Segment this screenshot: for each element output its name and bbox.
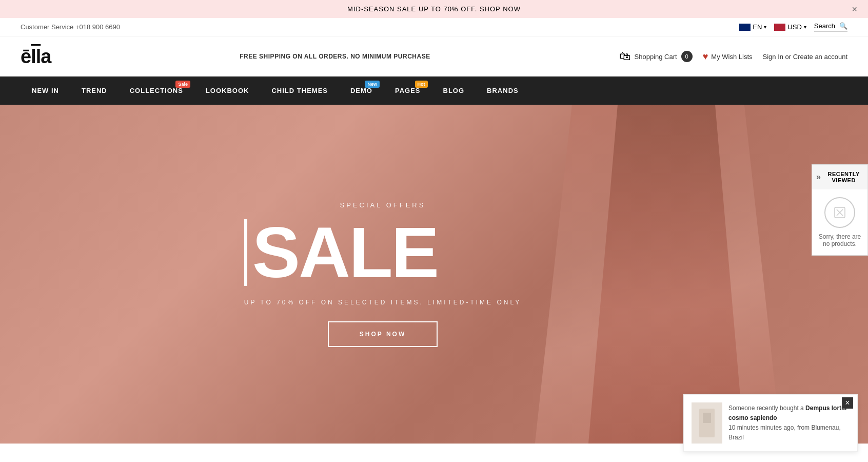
navigation: NEW INTRENDCOLLECTIONSSaleLOOKBOOKCHILD … (0, 76, 868, 105)
nav-item-child-themes[interactable]: CHILD THEMES (260, 76, 339, 105)
nav-item-blog[interactable]: BLOG (432, 76, 476, 105)
currency-label: USD (787, 23, 801, 31)
heart-icon: ♥ (703, 51, 708, 62)
hero-cta-button[interactable]: SHOP NOW (328, 321, 438, 347)
logo-a: a (41, 46, 51, 67)
recently-viewed-header: » RECENTLY VIEWED (812, 165, 867, 189)
nav-badge-new: New (365, 81, 380, 88)
purchase-notification: Someone recently bought a Dempus lortis … (683, 394, 858, 444)
wishlist-button[interactable]: ♥ My Wish Lists (703, 51, 753, 62)
nav-badge-sale: Sale (175, 81, 190, 88)
nav-item-collections[interactable]: COLLECTIONSSale (119, 76, 194, 105)
search-icon[interactable]: 🔍 (839, 22, 847, 30)
announcement-bar: MID-SEASON SALE UP TO 70% OFF. SHOP NOW … (0, 0, 868, 18)
header: ēlla FREE SHIPPING ON ALL ORDERS. NO MIN… (0, 36, 868, 76)
purchase-prefix: Someone recently bought a (728, 405, 804, 412)
sale-bar-decoration (244, 219, 247, 286)
hero-sale-text: SALE (244, 217, 522, 288)
signin-link[interactable]: Sign In or Create an account (763, 53, 848, 61)
language-selector[interactable]: EN ▾ (739, 23, 766, 31)
announcement-text: MID-SEASON SALE UP TO 70% OFF. SHOP NOW (347, 5, 521, 13)
purchase-text: Someone recently bought a Dempus lortis … (728, 403, 850, 443)
recently-viewed-title: RECENTLY VIEWED (824, 171, 863, 183)
recently-viewed-arrows-icon: » (816, 172, 821, 182)
purchase-time: 10 minutes minutes ago, from Blumenau, B… (728, 424, 841, 441)
hero-section: SPECIAL OFFERS SALE UP TO 70% OFF ON SEL… (0, 105, 868, 444)
currency-chevron-icon: ▾ (804, 24, 806, 30)
sale-word: SALE (252, 217, 438, 288)
shipping-banner: FREE SHIPPING ON ALL ORDERS. NO MINIMUM … (240, 53, 430, 60)
cart-button[interactable]: 🛍 Shopping Cart 0 (619, 50, 693, 63)
recently-viewed-body: Sorry, there are no products. (812, 189, 867, 255)
wishlist-label: My Wish Lists (711, 53, 752, 61)
search-bar[interactable]: Search 🔍 (814, 22, 847, 32)
customer-service: Customer Service +018 900 6690 (21, 23, 120, 31)
logo-ll: ll (31, 46, 41, 67)
logo-e: ē (21, 46, 31, 67)
no-products-icon (824, 197, 855, 228)
nav-item-demo[interactable]: DEMONew (339, 76, 384, 105)
nav-badge-hot: Hot (415, 81, 428, 88)
header-middle: FREE SHIPPING ON ALL ORDERS. NO MINIMUM … (51, 53, 619, 60)
header-actions: 🛍 Shopping Cart 0 ♥ My Wish Lists Sign I… (619, 50, 847, 63)
nav-item-trend[interactable]: TREND (70, 76, 119, 105)
purchase-close-button[interactable]: × (842, 397, 853, 409)
nav-item-lookbook[interactable]: LOOKBOOK (194, 76, 261, 105)
cart-count: 0 (681, 51, 693, 62)
svg-rect-4 (703, 413, 711, 423)
nav-item-new-in[interactable]: NEW IN (21, 76, 70, 105)
currency-selector[interactable]: USD ▾ (774, 23, 806, 31)
logo[interactable]: ēlla (21, 47, 51, 66)
cart-label: Shopping Cart (635, 53, 677, 61)
lang-chevron-icon: ▾ (764, 24, 766, 30)
top-bar: Customer Service +018 900 6690 EN ▾ USD … (0, 18, 868, 36)
cart-icon: 🛍 (619, 50, 630, 63)
purchase-product-image (692, 402, 722, 444)
nav-item-pages[interactable]: PAGESHot (384, 76, 432, 105)
nav-item-brands[interactable]: BRANDS (476, 76, 530, 105)
hero-content: SPECIAL OFFERS SALE UP TO 70% OFF ON SEL… (244, 201, 522, 347)
language-label: EN (753, 23, 762, 31)
hero-special-offers: SPECIAL OFFERS (244, 201, 522, 209)
search-label: Search (814, 22, 835, 30)
flag-us-icon (774, 24, 785, 31)
no-products-text: Sorry, there are no products. (819, 233, 861, 247)
hero-subtitle: UP TO 70% OFF ON SELECTED ITEMS. LIMITED… (244, 299, 522, 306)
flag-en-icon (739, 24, 751, 31)
announcement-close[interactable]: × (852, 4, 858, 14)
recently-viewed-panel: » RECENTLY VIEWED Sorry, there are no pr… (812, 164, 868, 256)
